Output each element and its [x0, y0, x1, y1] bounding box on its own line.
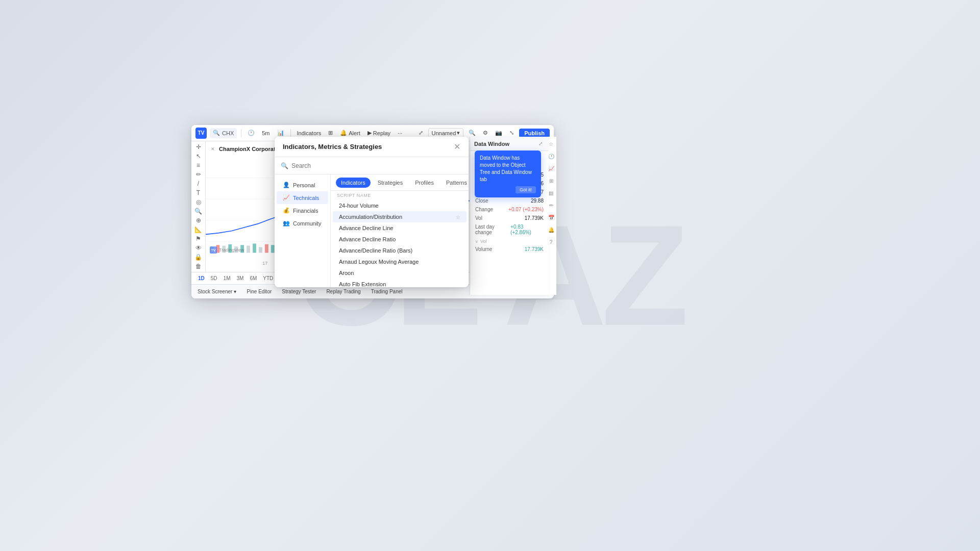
pen-tool[interactable]: ✏	[193, 171, 204, 178]
indicators-modal: Indicators, Metrics & Strategies ✕ 🔍 👤 P…	[275, 137, 469, 287]
technicals-icon: 📈	[283, 194, 290, 201]
panel-pine-editor[interactable]: Pine Editor	[244, 288, 274, 295]
publish-button[interactable]: Publish	[519, 129, 550, 138]
list-item-advance-decline-line[interactable]: Advance Decline Line	[333, 222, 467, 234]
dw-volume-value: 17.739K	[525, 246, 544, 252]
toolbar-expand[interactable]: ⤡	[507, 129, 516, 137]
accum-dist-star-icon: ☆	[456, 214, 460, 220]
sidebar-financials[interactable]: 💰 Financials	[277, 204, 328, 217]
toolbar-clock[interactable]: 🕐	[246, 129, 257, 137]
ticker-close[interactable]: ✕	[210, 146, 216, 152]
timeframe-3m[interactable]: 3M	[234, 274, 247, 282]
chevron-down-icon: ▾	[457, 130, 460, 136]
chart-type-icon: 📊	[277, 130, 284, 136]
timeframe-1m[interactable]: 1M	[221, 274, 233, 282]
list-item-24h-volume[interactable]: 24-hour Volume	[333, 200, 467, 211]
alert-button[interactable]: 🔔 Alert	[338, 129, 362, 137]
eye-tool[interactable]: 👁	[193, 244, 204, 252]
modal-indicators-list: 24-hour Volume Accumulation/Distribution…	[331, 200, 469, 287]
toolbar-divider-2	[290, 129, 291, 137]
circle-tool[interactable]: ◎	[193, 198, 204, 206]
ruler-tool[interactable]: 📐	[193, 226, 204, 233]
trash-tool[interactable]: 🗑	[193, 263, 204, 270]
timeframe-5d[interactable]: 5D	[208, 274, 220, 282]
data-window-title: Data Window	[474, 141, 509, 147]
dw-vol-value: 17.739K	[525, 215, 544, 221]
crosshair-tool[interactable]: ✛	[193, 143, 204, 151]
modal-title: Indicators, Metrics & Strategies	[283, 143, 382, 151]
dw-vol-row: Vol 17.739K	[470, 214, 549, 222]
fullscreen-icon: ⤢	[419, 130, 423, 136]
zoom-out-tool[interactable]: 🔍	[193, 208, 204, 215]
text-label-tool[interactable]: T	[193, 189, 204, 196]
tab-patterns[interactable]: Patterns	[441, 178, 469, 188]
alert-icon: 🔔	[340, 130, 347, 136]
toolbar-search-btn[interactable]: 🔍	[467, 129, 478, 137]
text-tool[interactable]: ≡	[193, 162, 204, 169]
dw-lastday-value: +0.83 (+2.86%)	[510, 224, 544, 235]
tab-strategies[interactable]: Strategies	[373, 178, 408, 188]
ticker-search[interactable]: 🔍 CHX	[210, 128, 237, 138]
indicators-button[interactable]: Indicators	[295, 129, 324, 137]
list-item-aroon[interactable]: Aroon	[333, 267, 467, 279]
tooltip-got-it-button[interactable]: Got it!	[516, 186, 536, 193]
toolbar-settings[interactable]: ⚙	[481, 129, 490, 137]
panel-replay-trading[interactable]: Replay Trading	[324, 288, 362, 295]
lock-tool[interactable]: 🔒	[193, 254, 204, 261]
panel-strategy-tester[interactable]: Strategy Tester	[280, 288, 318, 295]
modal-list-header: SCRIPT NAME	[331, 191, 469, 200]
toolbar-more[interactable]: ···	[396, 129, 404, 137]
tv-chart-logo-icon: TV	[210, 246, 217, 254]
cursor-tool[interactable]: ↖	[193, 153, 204, 160]
list-item-accum-dist[interactable]: Accumulation/Distribution ☆	[333, 211, 467, 222]
magnet-tool[interactable]: ⊕	[193, 217, 204, 224]
line-tool[interactable]: /	[193, 180, 204, 187]
dw-close-row: Close 29.88	[470, 196, 549, 205]
sidebar-community[interactable]: 👥 Community	[277, 217, 328, 230]
modal-sidebar: 👤 Personal 📈 Technicals 💰 Financials 👥 C…	[275, 174, 331, 287]
svg-rect-14	[271, 245, 275, 253]
list-item-advance-decline-bars[interactable]: Advance/Decline Ratio (Bars)	[333, 245, 467, 256]
panel-dropdown-icon: ▾	[234, 289, 236, 294]
modal-body: 👤 Personal 📈 Technicals 💰 Financials 👥 C…	[275, 174, 469, 287]
toolbar-timeframe[interactable]: 5m	[260, 129, 272, 137]
list-item-auto-fib-ext[interactable]: Auto Fib Extension	[333, 279, 467, 287]
dw-lastday-label: Last day change	[475, 224, 510, 235]
tv-logo-chart: TV TradingView	[210, 246, 244, 254]
dw-close-value: 29.88	[531, 198, 544, 204]
timeframe-1d[interactable]: 1D	[195, 274, 207, 282]
toolbar-divider-1	[241, 129, 241, 137]
list-item-advance-decline-ratio[interactable]: Advance Decline Ratio	[333, 234, 467, 245]
replay-icon: ▶	[368, 130, 372, 136]
dw-section-arrow: ∨	[475, 239, 478, 244]
tooltip-text: Data Window has moved to the Object Tree…	[480, 155, 536, 183]
replay-button[interactable]: ▶ Replay	[365, 129, 393, 137]
panel-trading-panel[interactable]: Trading Panel	[369, 288, 405, 295]
tab-indicators[interactable]: Indicators	[336, 178, 371, 188]
timeframe-6m[interactable]: 6M	[247, 274, 259, 282]
modal-search-bar: 🔍	[275, 157, 469, 174]
clock-icon: 🕐	[248, 130, 255, 136]
toolbar-template[interactable]: ⊞	[326, 129, 335, 137]
modal-header: Indicators, Metrics & Strategies ✕	[275, 137, 469, 157]
modal-close-button[interactable]: ✕	[454, 143, 460, 151]
sidebar-personal[interactable]: 👤 Personal	[277, 179, 328, 191]
sidebar-technicals[interactable]: 📈 Technicals	[277, 191, 328, 204]
dw-close-label: Close	[475, 198, 488, 204]
timeframe-ytd[interactable]: YTD	[260, 274, 276, 282]
dw-change-label: Change	[475, 207, 493, 212]
dw-volume-row: Volume 17.739K	[470, 245, 549, 254]
toolbar-camera[interactable]: 📷	[493, 129, 504, 137]
toolbar-chart-type[interactable]: 📊	[275, 129, 286, 137]
personal-icon: 👤	[283, 182, 290, 188]
more-icon: ···	[398, 130, 402, 136]
dw-vol-label: Vol	[475, 215, 482, 221]
tab-profiles[interactable]: Profiles	[410, 178, 439, 188]
modal-search-input[interactable]	[291, 162, 462, 169]
dw-change-row: Change +0.07 (+0.23%)	[470, 205, 549, 214]
dw-expand-icon[interactable]: ⤢	[536, 140, 545, 148]
flag-tool[interactable]: ⚑	[193, 235, 204, 242]
panel-stock-screener[interactable]: Stock Screener ▾	[195, 288, 238, 295]
list-item-arnaud[interactable]: Arnaud Legoux Moving Average	[333, 256, 467, 267]
fullscreen-button[interactable]: ⤢	[416, 129, 425, 137]
